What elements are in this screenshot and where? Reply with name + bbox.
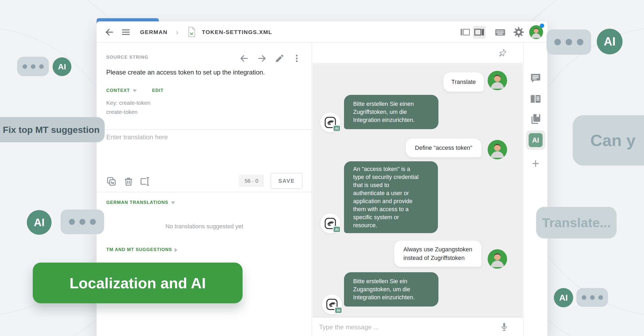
decor-can-you-bubble: Can y (573, 115, 644, 166)
char-counter: 56 · 0 (239, 175, 264, 187)
breadcrumb-file[interactable]: TOKEN-SETTINGS.XML (202, 21, 272, 43)
keyboard-icon (494, 26, 506, 38)
ai-avatar: AI (320, 113, 340, 132)
divider (97, 129, 312, 130)
context-value: create-token (106, 109, 138, 115)
book-icon (529, 113, 542, 125)
divider (97, 192, 312, 192)
chat-message-ai: Bitte erstellen Sie einen Zugriffstoken,… (344, 95, 438, 129)
layout-left-icon (459, 27, 471, 38)
decor-typing-bubble (576, 288, 608, 307)
pencil-icon (275, 54, 284, 63)
copy-source-button[interactable] (106, 176, 116, 188)
hamburger-icon (121, 28, 130, 37)
ai-badge: AI (334, 307, 342, 314)
context-tab[interactable] (529, 93, 542, 106)
user-avatar (488, 140, 507, 159)
chevron-right-icon (175, 248, 177, 252)
add-panel-button[interactable]: + (532, 156, 539, 171)
chevron-down-icon (171, 201, 175, 204)
chevron-down-icon (133, 89, 137, 92)
text-selection-icon (140, 176, 150, 186)
voice-input-button[interactable] (499, 322, 509, 333)
translations-header-label: GERMAN TRANSLATIONS (106, 200, 168, 205)
chat-message-user: Define "access token" (406, 139, 481, 157)
decor-banner: Localization and AI (33, 263, 243, 303)
menu-button[interactable] (121, 21, 130, 43)
decor-typing-bubble (547, 29, 591, 55)
chat-input-row (313, 317, 523, 336)
suggestions-section-header[interactable]: TM AND MT SUGGESTIONS (106, 247, 177, 252)
breadcrumb-language[interactable]: GERMAN (140, 21, 167, 43)
layout-right-panel-button[interactable] (473, 21, 486, 43)
right-sidebar: AI + (523, 43, 547, 336)
ai-assistant-tab-active[interactable]: AI (526, 130, 545, 150)
next-string-button[interactable] (257, 54, 267, 64)
pin-icon (498, 48, 507, 57)
decor-ai-circle: AI (27, 210, 52, 235)
copy-icon (106, 176, 116, 186)
back-arrow-icon (105, 27, 114, 37)
back-button[interactable] (105, 21, 114, 43)
translation-input[interactable] (106, 133, 297, 176)
clear-translation-button[interactable] (123, 176, 134, 188)
chat-header (313, 43, 523, 64)
chat-message-input[interactable] (319, 318, 485, 336)
ai-badge: AI (333, 226, 341, 233)
context-key: Key: create-token (106, 100, 151, 106)
comment-icon (529, 72, 542, 84)
decor-ai-circle: AI (53, 57, 71, 76)
user-avatar (488, 71, 507, 90)
save-button[interactable]: SAVE (270, 173, 303, 189)
chat-message-ai: An "access token" is a type of security … (344, 161, 438, 233)
ai-tab-label: AI (529, 133, 543, 147)
chat-message-ai: Bitte erstellen Sie ein Zugangstoken, um… (344, 272, 438, 307)
screenshot-canvas: GERMAN › TOKEN-SETTINGS.XML (0, 0, 644, 336)
chat-messages-area: Translate Bitte erstellen Sie einen Zugr… (313, 64, 523, 317)
context-edit-link[interactable]: EDIT (152, 88, 164, 93)
breadcrumb-separator: › (176, 21, 178, 43)
decor-fix-suggestion-bubble: Fix top MT suggestion (0, 117, 105, 142)
file-name-label: TOKEN-SETTINGS.XML (202, 29, 272, 35)
decor-typing-bubble (17, 57, 49, 76)
chat-message-user: Translate (443, 72, 484, 92)
select-text-button[interactable] (140, 176, 150, 188)
microphone-icon (499, 322, 509, 332)
layout-left-panel-button[interactable] (459, 21, 471, 43)
decor-typing-bubble (61, 210, 104, 234)
active-icon-tile (473, 26, 486, 39)
source-string-text: Please create an access token to set up … (106, 69, 265, 76)
chat-message-user: Always use Zugangstoken instead of Zugri… (394, 241, 481, 267)
comments-tab[interactable] (529, 72, 542, 85)
more-options-button[interactable] (292, 54, 302, 64)
pin-chat-button[interactable] (498, 48, 507, 58)
online-status-badge (540, 24, 544, 28)
layout-right-icon (474, 27, 485, 38)
file-type-icon (187, 21, 196, 43)
decor-ai-circle: AI (597, 29, 623, 54)
source-string-label: SOURCE STRING (106, 55, 148, 60)
decor-translate-bubble: Translate... (536, 207, 617, 238)
ai-chat-panel: Translate Bitte erstellen Sie einen Zugr… (313, 43, 523, 336)
suggestions-header-label: TM AND MT SUGGESTIONS (106, 247, 172, 252)
context-section-header: CONTEXT EDIT (106, 88, 163, 93)
previous-string-button[interactable] (239, 54, 249, 64)
trash-icon (123, 176, 134, 186)
ai-avatar: AI (320, 214, 340, 233)
glossary-tab[interactable] (529, 113, 542, 126)
keyboard-shortcuts-button[interactable] (494, 21, 506, 43)
empty-translations-message: No translations suggested yet (97, 223, 312, 230)
user-avatar (488, 249, 507, 269)
settings-button[interactable] (513, 21, 524, 43)
breadcrumb-language-label: GERMAN (140, 29, 167, 35)
ai-badge: AI (333, 125, 341, 132)
kebab-menu-icon (292, 54, 302, 63)
ai-avatar: AI (322, 294, 342, 314)
decor-ai-circle: AI (554, 288, 573, 307)
gear-icon (513, 27, 524, 38)
edit-source-button[interactable] (275, 54, 284, 64)
top-toolbar: GERMAN › TOKEN-SETTINGS.XML (97, 21, 547, 43)
translations-section-header[interactable]: GERMAN TRANSLATIONS (106, 200, 175, 205)
article-icon (529, 93, 542, 105)
context-toggle[interactable]: CONTEXT (106, 88, 130, 93)
